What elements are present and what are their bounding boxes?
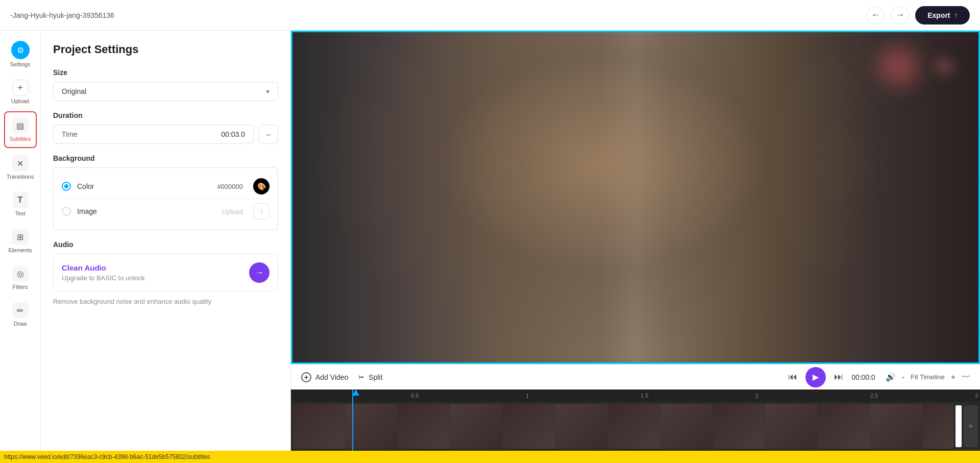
- volume-button[interactable]: 🔊: [886, 372, 896, 382]
- zoom-minus[interactable]: -: [902, 373, 904, 382]
- image-option: Image Upload ↑: [62, 199, 270, 224]
- timeline: 0.5 1 1.5 2 2.5 3: [291, 389, 980, 451]
- upload-arrow-icon: ↑: [259, 207, 263, 216]
- film-frame-9: [713, 404, 766, 449]
- settings-icon: ⚙: [17, 45, 24, 55]
- fit-timeline-label: Fit Timeline: [911, 373, 944, 381]
- paint-icon: 🎨: [257, 182, 266, 190]
- sidebar-item-label-subtitles: Subtitles: [9, 136, 31, 142]
- zoom-plus[interactable]: +: [951, 373, 955, 382]
- top-bar-left: -Jang-Hyuk-hyuk-jang-39356136: [10, 11, 114, 19]
- sidebar-item-label-elements: Elements: [9, 247, 32, 253]
- transitions-icon: ✕: [17, 159, 23, 168]
- waveform-button[interactable]: 〰: [962, 373, 970, 382]
- sidebar-item-label-draw: Draw: [14, 321, 27, 327]
- back-arrow[interactable]: ←: [866, 6, 885, 25]
- sidebar-item-text[interactable]: T Text: [4, 187, 37, 222]
- timeline-end-marker: [955, 405, 962, 447]
- sidebar-item-label-transitions: Transitions: [7, 174, 34, 180]
- clean-audio-card: Clean Audio Upgrade to BASIC to unlock →: [53, 254, 278, 291]
- audio-description: Remove background noise and enhance audi…: [53, 298, 278, 305]
- ruler-2: 2: [755, 393, 758, 399]
- film-frame-10: [765, 404, 818, 449]
- text-icon: T: [18, 196, 23, 205]
- time-value: 00:03.0: [221, 130, 245, 138]
- sidebar-item-settings[interactable]: ⚙ Settings: [4, 36, 37, 72]
- forward-button[interactable]: ⏭: [834, 372, 843, 382]
- duration-section: Duration Time 00:03.0 ↔: [53, 111, 278, 144]
- expand-duration-button[interactable]: ↔: [259, 125, 278, 144]
- sidebar-item-upload[interactable]: + Upload: [4, 75, 37, 109]
- split-label: Split: [369, 373, 382, 381]
- film-strip: [293, 404, 953, 449]
- project-title: -Jang-Hyuk-hyuk-jang-39356136: [10, 11, 114, 19]
- ruler-1-5: 1.5: [641, 393, 648, 399]
- url-bar: https://www.veed.io/edit/7396eac3-c9cb-4…: [0, 451, 980, 463]
- export-label: Export: [927, 11, 950, 19]
- sidebar-item-elements[interactable]: ⊞ Elements: [4, 224, 37, 258]
- image-radio[interactable]: [62, 207, 71, 216]
- export-icon: ↑: [954, 11, 958, 19]
- add-video-plus-icon: +: [301, 372, 311, 382]
- subtitles-icon: ▤: [16, 121, 24, 131]
- upload-image-button[interactable]: ↑: [253, 203, 270, 220]
- split-button[interactable]: ✂ Split: [358, 373, 382, 381]
- play-icon: ▶: [813, 372, 819, 382]
- split-scissors-icon: ✂: [358, 373, 364, 381]
- sidebar-item-label-settings: Settings: [10, 61, 31, 67]
- chevron-down-icon: ▾: [266, 87, 270, 95]
- elements-icon: ⊞: [17, 232, 23, 242]
- sidebar-item-subtitles[interactable]: ▤ Subtitles: [4, 111, 37, 148]
- play-button[interactable]: ▶: [805, 367, 826, 387]
- playhead-indicator: [352, 389, 359, 397]
- film-frame-8: [660, 404, 713, 449]
- color-code: #000000: [217, 183, 243, 190]
- sidebar-item-draw[interactable]: ✏ Draw: [4, 297, 37, 332]
- playback-controls: ⏮ ▶ ⏭ 00:00:0: [788, 367, 875, 387]
- sidebar-item-label-text: Text: [15, 210, 25, 216]
- color-option: Color #000000 🎨: [62, 174, 270, 199]
- sidebar-item-label-upload: Upload: [11, 98, 29, 104]
- time-display: 00:00:0: [851, 373, 875, 381]
- settings-logo: ⚙: [11, 41, 30, 59]
- expand-icon: ↔: [265, 131, 272, 138]
- add-clip-button[interactable]: +: [964, 405, 978, 447]
- sidebar-item-label-filters: Filters: [13, 284, 28, 290]
- right-controls: 🔊 - Fit Timeline + 〰: [886, 372, 970, 382]
- size-section: Size Original ▾: [53, 68, 278, 101]
- upload-text: Upload: [222, 208, 243, 215]
- ruler-2-5: 2.5: [870, 393, 878, 399]
- upgrade-audio-button[interactable]: →: [249, 262, 270, 283]
- film-frame-2: [346, 404, 398, 449]
- sidebar-item-transitions[interactable]: ✕ Transitions: [4, 150, 37, 185]
- add-video-button[interactable]: + Add Video: [301, 372, 348, 382]
- film-frame-1: [293, 404, 346, 449]
- duration-label: Duration: [53, 111, 278, 119]
- audio-section: Audio Clean Audio Upgrade to BASIC to un…: [53, 240, 278, 305]
- ruler-0-5: 0.5: [411, 393, 419, 399]
- audio-label: Audio: [53, 240, 278, 249]
- color-option-label: Color: [77, 182, 211, 190]
- background-section: Background Color #000000 🎨 Image: [53, 154, 278, 230]
- ruler-3: 3: [975, 393, 978, 399]
- film-frame-12: [870, 404, 923, 449]
- svg-marker-0: [352, 389, 359, 396]
- forward-arrow[interactable]: →: [891, 6, 909, 25]
- film-frame-5: [503, 404, 555, 449]
- app-container: -Jang-Hyuk-hyuk-jang-39356136 ← → Export…: [0, 0, 980, 463]
- image-option-label: Image: [77, 207, 216, 215]
- rewind-button[interactable]: ⏮: [788, 372, 797, 382]
- icon-sidebar: ⚙ Settings + Upload ▤ Subtitles: [0, 31, 41, 451]
- time-label: Time: [62, 130, 78, 138]
- video-preview: [291, 31, 980, 364]
- film-frame-11: [818, 404, 870, 449]
- timeline-ruler: 0.5 1 1.5 2 2.5 3: [291, 389, 980, 402]
- color-swatch[interactable]: 🎨: [253, 178, 270, 194]
- color-radio[interactable]: [62, 182, 71, 191]
- url-text: https://www.veed.io/edit/7396eac3-c9cb-4…: [4, 453, 210, 460]
- size-dropdown[interactable]: Original ▾: [53, 82, 278, 101]
- upload-icon: +: [17, 83, 23, 93]
- sidebar-item-filters[interactable]: ◎ Filters: [4, 260, 37, 295]
- export-button[interactable]: Export ↑: [915, 6, 970, 25]
- background-label: Background: [53, 154, 278, 162]
